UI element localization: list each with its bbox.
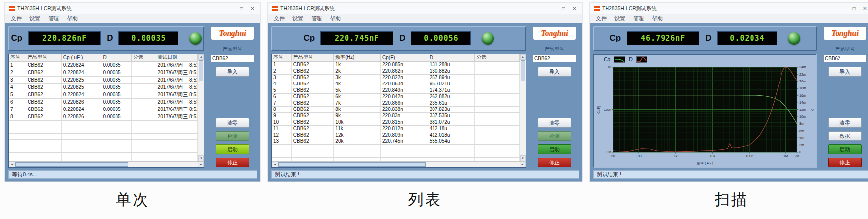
action-button[interactable]: 停止	[538, 158, 571, 167]
menu-item[interactable]: 文件	[270, 15, 289, 22]
table-row[interactable]: 10CBB6210k220.815n381.072u	[272, 119, 520, 125]
action-button[interactable]: 清零	[828, 118, 862, 128]
scrollbar-track[interactable]	[128, 162, 198, 167]
app-icon	[272, 6, 278, 11]
table-row[interactable]: 2CBB620.2208240.00035 2017/6/7/周三 8:52	[9, 69, 198, 76]
close-icon[interactable]: ✕	[570, 6, 579, 11]
minimize-icon[interactable]: —	[839, 6, 847, 11]
menu-item[interactable]: 管理	[307, 15, 326, 22]
scroll-right-icon[interactable]: ►	[520, 162, 526, 167]
close-icon[interactable]: ✕	[861, 6, 868, 11]
table-row[interactable]: 8CBB620.2208260.00035 2017/6/7/周三 8:52	[9, 113, 198, 120]
horizontal-scrollbar[interactable]: ◄ ►	[9, 161, 204, 167]
table-row[interactable]: 4CBB620.2208250.00035 2017/6/7/周三 8:52	[9, 83, 198, 91]
table-cell: 555.054u	[428, 138, 475, 144]
table-row[interactable]: 7CBB620.2208240.00035 2017/6/7/周三 8:52	[9, 106, 198, 113]
scrollbar-thumb[interactable]	[199, 60, 203, 81]
empty-row	[9, 127, 198, 133]
action-button[interactable]: 启动	[538, 144, 571, 154]
menu-item[interactable]: 帮助	[648, 15, 666, 22]
table-row[interactable]: 2CBB622k220.862n130.882u	[272, 68, 520, 74]
action-button[interactable]: 启动	[828, 144, 862, 154]
action-button[interactable]: 检测	[538, 131, 571, 141]
vertical-scrollbar[interactable]: ▲ ▼	[198, 54, 204, 161]
scroll-up-icon[interactable]: ▲	[520, 54, 526, 60]
scrollbar-track[interactable]	[520, 82, 526, 155]
scrollbar-track[interactable]	[198, 82, 204, 155]
scroll-down-icon[interactable]: ▼	[520, 155, 526, 161]
close-icon[interactable]: ✕	[248, 6, 257, 11]
menu-item[interactable]: 文件	[7, 15, 26, 22]
table-row[interactable]: 6CBB626k220.842n262.882u	[272, 93, 520, 100]
action-button[interactable]: 启动	[216, 144, 249, 154]
horizontal-scrollbar[interactable]: ◄ ►	[272, 161, 526, 167]
scrollbar-thumb[interactable]	[15, 162, 128, 167]
table-row[interactable]: 13CBB6220k220.745n555.054u	[272, 138, 520, 144]
action-button[interactable]: 数据	[828, 131, 862, 141]
scrollbar-track[interactable]	[426, 162, 520, 167]
action-button[interactable]: 检测	[216, 131, 249, 141]
scrollbar-thumb[interactable]	[521, 60, 525, 81]
import-button[interactable]: 导入	[216, 67, 249, 77]
menu-item[interactable]: 设置	[610, 15, 629, 22]
table-cell: 0.00035	[101, 61, 131, 69]
app-icon	[9, 6, 15, 11]
table-row[interactable]: 6CBB620.2208260.00035 2017/6/7/周三 8:53	[9, 98, 198, 106]
action-button[interactable]: 清零	[538, 118, 571, 128]
import-button[interactable]: 导入	[538, 67, 571, 77]
menu-item[interactable]: 管理	[629, 15, 648, 22]
product-model-input[interactable]	[823, 55, 867, 62]
action-button[interactable]: 停止	[216, 158, 249, 167]
product-model-input[interactable]	[211, 55, 254, 62]
table-row[interactable]: 3CBB623k220.822n257.894u	[272, 74, 520, 81]
scroll-left-icon[interactable]: ◄	[272, 162, 278, 167]
column-header: Cp(F)	[381, 54, 428, 61]
table-row[interactable]: 9CBB629k220.83n337.535u	[272, 112, 520, 119]
table-row[interactable]: 12CBB6212k220.809n412.018u	[272, 132, 520, 138]
scroll-right-icon[interactable]: ►	[198, 162, 204, 167]
scroll-up-icon[interactable]: ▲	[198, 54, 204, 60]
table-row[interactable]: 11CBB6211k220.812n412.18u	[272, 125, 520, 132]
red-curve-icon[interactable]	[636, 56, 647, 63]
table-cell: 130.882u	[428, 68, 475, 74]
table-row[interactable]: 1CBB621k220.885n131.288u	[272, 61, 520, 68]
table-cell: CBB62	[26, 91, 62, 98]
menu-item[interactable]: 帮助	[63, 15, 82, 22]
table-row[interactable]: 5CBB625k220.849n174.371u	[272, 87, 520, 93]
svg-text:22m: 22m	[799, 73, 806, 76]
scroll-left-icon[interactable]: ◄	[9, 162, 15, 167]
svg-text:2M: 2M	[794, 155, 799, 158]
product-model-input[interactable]	[533, 55, 576, 62]
minimize-icon[interactable]: —	[549, 6, 557, 11]
action-button[interactable]: 停止	[828, 158, 862, 167]
table-row[interactable]: 3CBB620.2208250.00035 2017/6/7/周三 8:52	[9, 76, 198, 83]
menu-item[interactable]: 管理	[44, 15, 63, 22]
table-row[interactable]: 4CBB624k220.863n95.7021u	[272, 81, 520, 87]
maximize-icon[interactable]: □	[559, 6, 568, 11]
table-cell: 0.220826	[61, 113, 101, 120]
scroll-down-icon[interactable]: ▼	[198, 155, 204, 161]
minimize-icon[interactable]: —	[227, 6, 235, 11]
action-button[interactable]: 清零	[216, 118, 249, 128]
table-row[interactable]: 1CBB620.2208240.00035 2017/6/7/周三 8:52	[9, 61, 198, 69]
menu-item[interactable]: 文件	[592, 15, 610, 22]
scrollbar-thumb[interactable]	[278, 162, 426, 167]
menu-item[interactable]: 设置	[289, 15, 307, 22]
import-button[interactable]: 导入	[828, 67, 862, 77]
table-row[interactable]: 8CBB628k220.838n307.823u	[272, 106, 520, 112]
menu-item[interactable]: 设置	[26, 15, 44, 22]
maximize-icon[interactable]: □	[237, 6, 246, 11]
table-cell: 2017/6/7/周三 8:52	[156, 113, 197, 120]
table-cell: CBB62	[26, 76, 62, 83]
menu-item[interactable]: 帮助	[326, 15, 345, 22]
empty-row	[9, 152, 198, 159]
table-row[interactable]: 5CBB620.2208240.00035 2017/6/7/周三 8:52	[9, 91, 198, 98]
vertical-scrollbar[interactable]: ▲ ▼	[520, 54, 526, 161]
maximize-icon[interactable]: □	[850, 6, 858, 11]
table-cell: 220.866n	[381, 100, 428, 106]
table-cell: 220.838n	[381, 106, 428, 112]
table-row[interactable]: 7CBB627k220.866n235.61u	[272, 100, 520, 106]
table-cell	[475, 112, 520, 119]
green-curve-icon[interactable]	[614, 56, 625, 63]
table-cell: 8	[272, 106, 291, 112]
